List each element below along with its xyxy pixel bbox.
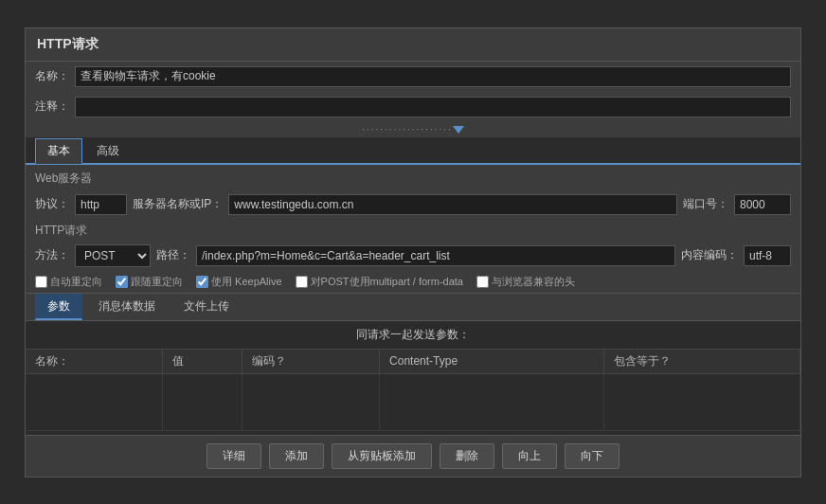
sub-tabs: 参数 消息体数据 文件上传 bbox=[26, 294, 800, 321]
web-server-header: Web服务器 bbox=[26, 167, 800, 190]
server-label: 服务器名称或IP： bbox=[133, 196, 223, 212]
params-table: 名称： 值 编码？ Content-Type 包含等于？ bbox=[26, 350, 800, 431]
add-button[interactable]: 添加 bbox=[269, 443, 324, 469]
checkbox-browser-compat[interactable]: 与浏览器兼容的头 bbox=[476, 275, 575, 289]
table-row bbox=[26, 373, 800, 430]
checkbox-keepalive[interactable]: 使用 KeepAlive bbox=[196, 275, 282, 289]
params-section: 同请求一起发送参数： 名称： 值 编码？ Content-Type 包含等于？ bbox=[26, 321, 800, 435]
protocol-label: 协议： bbox=[35, 196, 69, 212]
checkbox-multipart[interactable]: 对POST使用multipart / form-data bbox=[296, 275, 463, 289]
http-request-header: HTTP请求 bbox=[26, 219, 800, 241]
col-content-type: Content-Type bbox=[380, 350, 604, 374]
method-row: 方法： POST GET PUT DELETE 路径： 内容编码： bbox=[26, 241, 800, 271]
checkbox-browser-compat-label: 与浏览器兼容的头 bbox=[492, 275, 575, 289]
main-tabs: 基本 高级 bbox=[26, 137, 800, 165]
comment-label: 注释： bbox=[35, 99, 69, 115]
resize-dots: ···················· bbox=[362, 124, 453, 135]
port-label: 端口号： bbox=[683, 196, 728, 212]
method-select[interactable]: POST GET PUT DELETE bbox=[75, 244, 151, 267]
collapse-icon bbox=[453, 126, 464, 134]
name-row: 名称： bbox=[26, 62, 800, 92]
comment-input[interactable] bbox=[75, 97, 791, 117]
delete-button[interactable]: 删除 bbox=[440, 443, 494, 469]
path-input[interactable] bbox=[196, 245, 675, 266]
up-button[interactable]: 向上 bbox=[502, 443, 557, 469]
encoding-label: 内容编码： bbox=[681, 247, 738, 263]
path-label: 路径： bbox=[156, 247, 190, 263]
sub-tab-upload[interactable]: 文件上传 bbox=[171, 294, 242, 320]
checkbox-multipart-label: 对POST使用multipart / form-data bbox=[311, 275, 463, 289]
checkbox-auto-redirect-label: 自动重定向 bbox=[50, 275, 102, 289]
name-input[interactable] bbox=[75, 66, 791, 87]
bottom-buttons: 详细 添加 从剪贴板添加 删除 向上 向下 bbox=[26, 435, 800, 477]
detail-button[interactable]: 详细 bbox=[206, 443, 261, 469]
resize-handle[interactable]: ···················· bbox=[26, 122, 800, 137]
dialog-title: HTTP请求 bbox=[26, 28, 800, 62]
checkbox-auto-redirect[interactable]: 自动重定向 bbox=[35, 275, 102, 289]
port-input[interactable] bbox=[734, 194, 791, 215]
sub-tab-body[interactable]: 消息体数据 bbox=[86, 294, 168, 320]
http-request-dialog: HTTP请求 名称： 注释： ···················· 基本 高… bbox=[25, 27, 801, 477]
checkbox-follow-redirect-label: 跟随重定向 bbox=[131, 275, 183, 289]
checkbox-follow-redirect[interactable]: 跟随重定向 bbox=[116, 275, 183, 289]
tab-advanced[interactable]: 高级 bbox=[84, 138, 132, 164]
col-include-eq: 包含等于？ bbox=[604, 350, 800, 374]
tab-basic[interactable]: 基本 bbox=[35, 138, 82, 164]
down-button[interactable]: 向下 bbox=[565, 443, 620, 469]
method-label: 方法： bbox=[35, 247, 69, 263]
sub-tab-params[interactable]: 参数 bbox=[35, 294, 82, 320]
server-row: 协议： 服务器名称或IP： 端口号： bbox=[26, 190, 800, 219]
encoding-input[interactable] bbox=[744, 245, 791, 266]
server-input[interactable] bbox=[228, 194, 677, 215]
col-encode: 编码？ bbox=[242, 350, 379, 374]
checkbox-keepalive-label: 使用 KeepAlive bbox=[211, 275, 282, 289]
comment-row: 注释： bbox=[26, 92, 800, 122]
col-value: 值 bbox=[162, 350, 242, 374]
checkbox-row: 自动重定向 跟随重定向 使用 KeepAlive 对POST使用multipar… bbox=[26, 271, 800, 293]
protocol-input[interactable] bbox=[75, 194, 127, 215]
add-from-clipboard-button[interactable]: 从剪贴板添加 bbox=[332, 443, 432, 469]
name-label: 名称： bbox=[35, 68, 69, 84]
col-name: 名称： bbox=[26, 350, 162, 374]
params-title: 同请求一起发送参数： bbox=[26, 321, 800, 350]
